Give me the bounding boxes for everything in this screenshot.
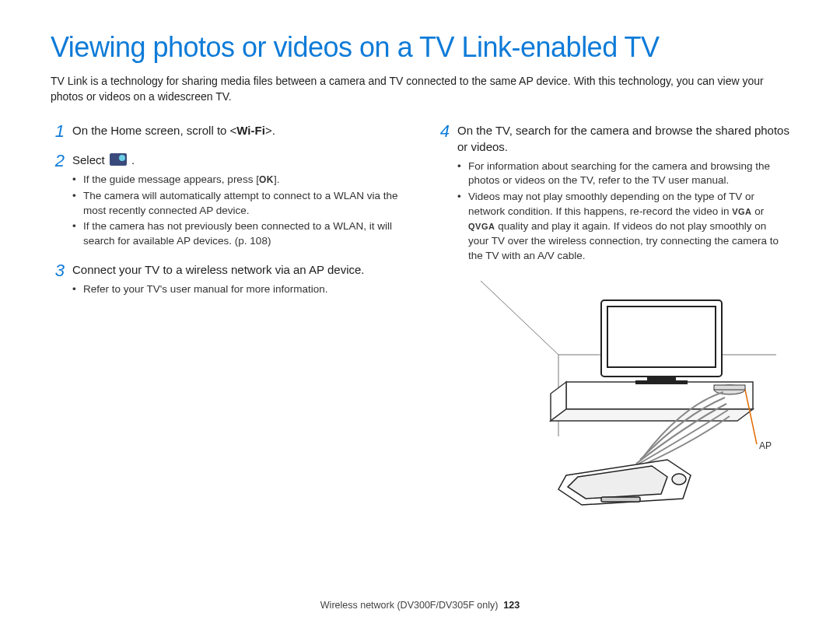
svg-rect-16: [601, 497, 640, 502]
list-item: If the guide message appears, press [OK]…: [72, 173, 404, 187]
illustration: AP: [436, 281, 789, 514]
list-item: For information about searching for the …: [457, 159, 789, 189]
step-body: Select . If the guide message appears, p…: [72, 152, 404, 250]
page-footer: Wireless network (DV300F/DV305F only) 12…: [0, 600, 840, 611]
step-body: Connect your TV to a wireless network vi…: [72, 261, 404, 299]
qvga-label: QVGA: [468, 221, 495, 233]
footer-page-number: 123: [503, 600, 520, 611]
step-body: On the Home screen, scroll to <Wi-Fi>.: [72, 122, 404, 141]
list-item: Refer to your TV's user manual for more …: [72, 282, 404, 297]
ap-label: AP: [759, 440, 772, 451]
svg-marker-14: [568, 466, 667, 499]
tv-camera-diagram: AP: [450, 281, 776, 506]
step-3: 3 Connect your TV to a wireless network …: [51, 261, 404, 299]
step-3-bullets: Refer to your TV's user manual for more …: [72, 282, 404, 297]
step-4-text: On the TV, search for the camera and bro…: [457, 124, 789, 153]
step-1-post: >.: [265, 124, 275, 137]
step-1-pre: On the Home screen, scroll to <: [72, 124, 236, 137]
bullet-b-mid: or: [752, 205, 765, 217]
step-number: 1: [51, 122, 65, 141]
step-1-bold: Wi-Fi: [236, 124, 265, 137]
manual-page: Viewing photos or videos on a TV Link-en…: [0, 0, 840, 634]
svg-point-15: [672, 474, 686, 485]
step-4-bullets: For information about searching for the …: [457, 159, 789, 264]
left-column: 1 On the Home screen, scroll to <Wi-Fi>.…: [51, 122, 404, 514]
tvlink-icon: [110, 153, 127, 166]
columns: 1 On the Home screen, scroll to <Wi-Fi>.…: [51, 122, 789, 514]
period: .: [131, 153, 135, 166]
step-4: 4 On the TV, search for the camera and b…: [436, 122, 789, 265]
step-1: 1 On the Home screen, scroll to <Wi-Fi>.: [51, 122, 404, 141]
step-number: 3: [51, 261, 65, 299]
svg-marker-5: [551, 409, 753, 421]
page-title: Viewing photos or videos on a TV Link-en…: [51, 31, 789, 64]
bullet-a-post: ].: [274, 173, 280, 185]
list-item: Videos may not play smoothly depending o…: [457, 190, 789, 263]
svg-rect-10: [607, 306, 716, 367]
intro-text: TV Link is a technology for sharing medi…: [51, 73, 789, 105]
list-item: The camera will automatically attempt to…: [72, 189, 404, 219]
step-2-bullets: If the guide message appears, press [OK]…: [72, 173, 404, 249]
bullet-b-post: quality and play it again. If videos do …: [468, 220, 779, 261]
list-item: If the camera has not previously been co…: [72, 219, 404, 249]
bullet-b-pre: Videos may not play smoothly depending o…: [468, 191, 754, 217]
vga-label: VGA: [732, 206, 751, 218]
ok-label: OK: [259, 173, 274, 187]
step-number: 4: [436, 122, 450, 265]
step-number: 2: [51, 152, 65, 250]
bullet-a-pre: If the guide message appears, press [: [83, 173, 259, 185]
svg-rect-7: [714, 385, 745, 390]
step-3-text: Connect your TV to a wireless network vi…: [72, 263, 364, 276]
svg-rect-12: [636, 381, 687, 384]
footer-section: Wireless network (DV300F/DV305F only): [320, 600, 499, 611]
svg-line-0: [481, 281, 558, 355]
right-column: 4 On the TV, search for the camera and b…: [436, 122, 789, 514]
step-body: On the TV, search for the camera and bro…: [457, 122, 789, 265]
step-2: 2 Select . If the guide message appears,…: [51, 152, 404, 250]
step-2-pre: Select: [72, 153, 108, 166]
